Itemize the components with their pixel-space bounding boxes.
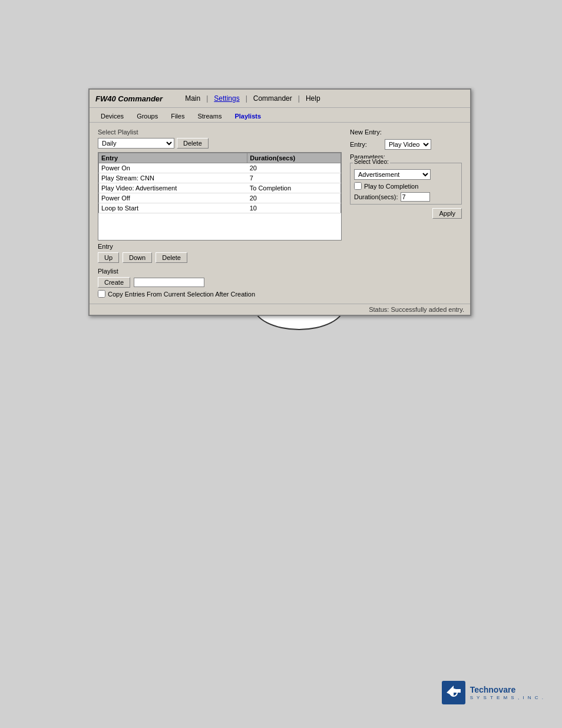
technovare-logo-icon [442,681,465,704]
table-row[interactable]: Play Video: AdvertisementTo Completion [99,183,341,193]
tab-playlists[interactable]: Playlists [229,110,266,122]
new-entry-label: New Entry: [350,129,462,136]
status-text: Status: Successfully added entry. [369,306,464,313]
table-row[interactable]: Power Off20 [99,193,341,203]
duration-input[interactable] [401,192,430,202]
apply-row: Apply [350,208,462,219]
entry-section-label: Entry [98,243,342,250]
up-button[interactable]: Up [98,252,119,263]
create-playlist-input[interactable] [134,278,204,287]
apply-button[interactable]: Apply [432,208,462,219]
play-to-completion-label: Play to Completion [364,183,418,190]
app-window: FW40 Commander Main | Settings | Command… [88,88,471,316]
nav-tabs: Devices Groups Files Streams Playlists [90,108,470,123]
table-row[interactable]: Loop to Start10 [99,203,341,213]
menu-help[interactable]: Help [301,93,325,104]
main-content: Select Playlist Daily Delete Entry Durat… [90,123,470,304]
select-playlist-label: Select Playlist [98,129,342,136]
panels: Select Playlist Daily Delete Entry Durat… [98,129,462,298]
select-row: Daily Delete [98,138,342,149]
table-row[interactable]: Play Stream: CNN7 [99,173,341,183]
menu-bar: Main | Settings | Commander | Help [180,93,325,104]
delete-entry-button[interactable]: Delete [156,252,187,263]
entry-table: Entry Duration(secs) Power On20Play Stre… [98,153,341,213]
tab-files[interactable]: Files [166,110,190,122]
copy-entries-checkbox[interactable] [98,290,105,298]
entry-table-wrapper: Entry Duration(secs) Power On20Play Stre… [98,152,342,241]
logo-name: Technovare [470,685,544,695]
right-panel: New Entry: Entry: Play Video Parameters:… [350,129,462,298]
playlist-section-label: Playlist [98,268,342,275]
entry-type-select[interactable]: Play Video [385,139,431,150]
select-video-group: Select Video: Advertisement Play to Comp… [350,163,462,205]
create-row: Create [98,277,342,288]
title-bar: FW40 Commander Main | Settings | Command… [90,90,470,108]
col-duration: Duration(secs) [247,153,341,163]
entry-field-label: Entry: [350,141,382,148]
tab-devices[interactable]: Devices [95,110,129,122]
delete-playlist-button[interactable]: Delete [177,138,209,149]
entry-button-row: Up Down Delete [98,252,342,263]
video-select[interactable]: Advertisement [354,169,431,180]
down-button[interactable]: Down [123,252,152,263]
app-title: FW40 Commander [95,94,163,103]
status-bar: Status: Successfully added entry. [90,304,470,315]
entry-field-row: Entry: Play Video [350,139,462,150]
col-entry: Entry [99,153,247,163]
playlist-select[interactable]: Daily [98,138,174,149]
logo-subtitle: S Y S T E M S , I N C . [470,695,544,700]
create-button[interactable]: Create [98,277,130,288]
duration-row: Duration(secs): [354,192,458,202]
tab-groups[interactable]: Groups [131,110,163,122]
menu-settings[interactable]: Settings [209,93,244,104]
table-row[interactable]: Power On20 [99,163,341,173]
menu-main[interactable]: Main [180,93,205,104]
left-panel: Select Playlist Daily Delete Entry Durat… [98,129,342,298]
duration-label: Duration(secs): [354,193,398,200]
play-to-completion-checkbox[interactable] [354,182,362,190]
menu-commander[interactable]: Commander [249,93,297,104]
copy-entries-label: Copy Entries From Current Selection Afte… [108,291,255,298]
tab-streams[interactable]: Streams [192,110,227,122]
copy-checkbox-row: Copy Entries From Current Selection Afte… [98,290,342,298]
select-video-legend: Select Video: [353,159,390,165]
technovare-logo: Technovare S Y S T E M S , I N C . [442,681,544,704]
play-to-completion-row: Play to Completion [354,182,458,190]
